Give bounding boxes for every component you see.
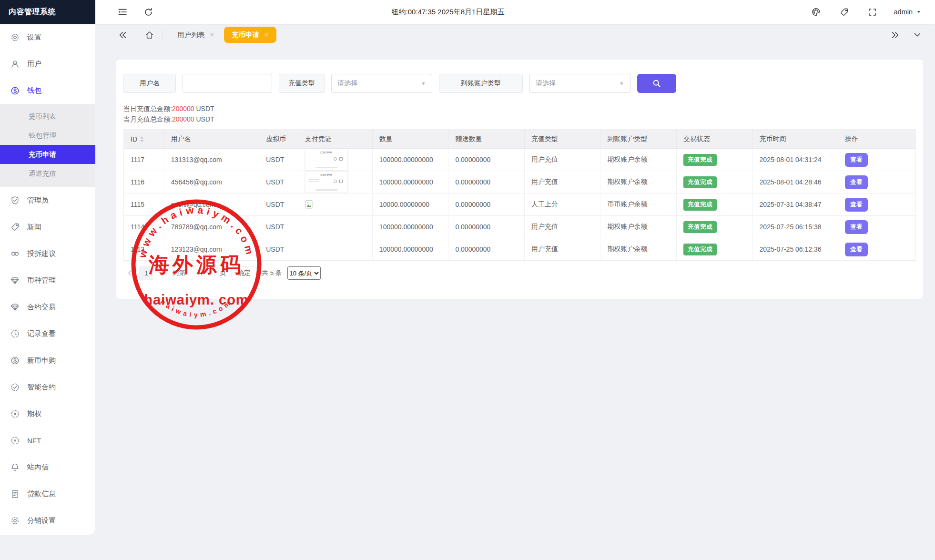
page-number[interactable]: 1: [139, 266, 153, 280]
page-size-select[interactable]: 10 条/页: [287, 266, 321, 280]
circle-dashed-icon: [10, 409, 20, 418]
bell-icon: [10, 463, 20, 472]
recharge-type-select[interactable]: 请选择 ▼: [331, 74, 432, 93]
cell-account: 期权账户余额: [600, 149, 677, 171]
confirm-button[interactable]: 确定: [232, 266, 257, 280]
admin-dropdown[interactable]: admin: [894, 8, 922, 16]
jump-page-input[interactable]: [191, 266, 214, 280]
view-button[interactable]: 查看: [845, 220, 868, 234]
document-icon: [10, 489, 20, 499]
collapse-tabs-right-icon[interactable]: [890, 30, 901, 41]
admin-username: admin: [894, 8, 913, 16]
cell-coin: USDT: [259, 216, 298, 238]
sidebar-item-2[interactable]: 钱包: [0, 77, 95, 104]
cell-amount: 10000.00000000: [372, 193, 448, 216]
sidebar-item-9[interactable]: 新币申购: [0, 347, 95, 374]
menu-fold-icon[interactable]: [115, 5, 129, 19]
cell-amount: 100000.00000000: [372, 238, 448, 261]
shield-check-icon: [10, 196, 20, 205]
submenu-item-0[interactable]: 提币列表: [0, 107, 95, 126]
view-button[interactable]: 查看: [845, 175, 868, 189]
tabbar: 用户列表✕充币申请✕: [95, 24, 935, 46]
view-button[interactable]: 查看: [845, 153, 868, 167]
sidebar-item-label: 管理员: [27, 196, 49, 205]
jump-prefix: 到第: [173, 269, 185, 277]
cell-action: 查看: [838, 149, 916, 171]
next-page-icon[interactable]: [159, 269, 167, 277]
sidebar-item-12[interactable]: NFT: [0, 427, 95, 454]
fullscreen-icon[interactable]: [866, 6, 879, 19]
tab-1[interactable]: 充币申请✕: [224, 27, 276, 43]
cell-id: 1116: [124, 171, 164, 193]
payment-proof-thumbnail[interactable]: CRYPW: [305, 171, 348, 193]
sidebar-item-label: NFT: [27, 437, 41, 445]
submenu-item-2[interactable]: 充币申请: [0, 145, 95, 164]
cell-bonus: 0.00000000: [448, 193, 525, 216]
view-button[interactable]: 查看: [845, 198, 868, 212]
dollar-circle-icon: [10, 86, 20, 95]
sidebar: 设置用户钱包提币列表钱包管理充币申请通道充值管理员新闻投拆建议币种管理合约交易记…: [0, 24, 95, 535]
sidebar-item-3[interactable]: 管理员: [0, 187, 95, 214]
sidebar-item-13[interactable]: 站内信: [0, 454, 95, 480]
sidebar-item-11[interactable]: 期权: [0, 400, 95, 427]
sidebar-item-14[interactable]: 贷款信息: [0, 480, 95, 507]
account-type-select[interactable]: 请选择 ▼: [529, 74, 630, 93]
stamp-arc-bottom-text: haiwaiym.com: [159, 298, 234, 318]
cell-time: 2025-08-01 04:31:24: [752, 149, 838, 171]
tab-0[interactable]: 用户列表✕: [171, 27, 221, 43]
cell-proof: [298, 238, 372, 261]
caret-down-icon: ▼: [421, 81, 426, 86]
gear-icon: [10, 516, 20, 525]
divider: [136, 31, 136, 39]
username-input[interactable]: [183, 74, 272, 93]
sidebar-item-15[interactable]: 分销设置: [0, 507, 95, 534]
sidebar-item-label: 合约交易: [27, 303, 56, 312]
sidebar-item-label: 分销设置: [27, 516, 56, 525]
tab-options-chevron-icon[interactable]: [912, 30, 923, 40]
table-row-3: 1114789789@qq.comUSDT100000.000000000.00…: [124, 216, 916, 238]
home-icon[interactable]: [144, 30, 155, 41]
sidebar-item-5[interactable]: 投拆建议: [0, 240, 95, 267]
check-dashed-icon: [10, 383, 20, 392]
divider: [163, 31, 163, 39]
sidebar-submenu: 提币列表钱包管理充币申请通道充值: [0, 104, 95, 187]
view-button[interactable]: 查看: [845, 243, 868, 256]
table-row-0: 1117131313@qq.comUSDTCRYPW100000.0000000…: [124, 149, 916, 171]
cell-amount: 100000.00000000: [372, 171, 448, 193]
sidebar-item-1[interactable]: 用户: [0, 51, 95, 77]
cell-id: 1114: [124, 216, 164, 238]
submenu-item-3[interactable]: 通道充值: [0, 164, 95, 183]
open-tabs: 用户列表✕充币申请✕: [171, 27, 276, 43]
cell-type: 用户充值: [524, 171, 600, 193]
prev-page-icon[interactable]: [125, 269, 134, 277]
sort-icon[interactable]: [140, 136, 144, 143]
tab-label: 充币申请: [232, 31, 259, 40]
close-icon[interactable]: ✕: [264, 32, 269, 38]
cell-username: 456456@qq.com: [164, 171, 259, 193]
palette-icon[interactable]: [809, 5, 823, 19]
cell-account: 期权账户余额: [600, 238, 677, 261]
sidebar-item-label: 新币申购: [27, 356, 56, 365]
collapse-tabs-left-icon[interactable]: [117, 30, 128, 41]
tag-icon[interactable]: [838, 6, 851, 19]
cell-id: 1115: [124, 193, 164, 216]
column-header-2: 虚拟币: [259, 130, 298, 149]
circle-dashed-icon: [10, 436, 20, 445]
sidebar-item-0[interactable]: 设置: [0, 24, 95, 51]
sidebar-item-10[interactable]: 智能合约: [0, 374, 95, 400]
status-badge: 充值完成: [683, 244, 717, 255]
cell-coin: USDT: [259, 171, 298, 193]
search-button[interactable]: [637, 74, 676, 93]
search-icon: [652, 79, 661, 88]
column-header-8: 交易状态: [677, 130, 753, 149]
sidebar-item-6[interactable]: 币种管理: [0, 267, 95, 294]
sidebar-item-label: 币种管理: [27, 276, 56, 285]
refresh-icon[interactable]: [142, 6, 155, 19]
payment-proof-thumbnail[interactable]: CRYPW: [305, 149, 348, 171]
submenu-item-1[interactable]: 钱包管理: [0, 126, 95, 145]
sidebar-item-label: 记录查看: [27, 329, 56, 338]
sidebar-item-7[interactable]: 合约交易: [0, 294, 95, 320]
close-icon[interactable]: ✕: [210, 32, 214, 38]
sidebar-item-4[interactable]: 新闻: [0, 214, 95, 240]
sidebar-item-8[interactable]: 记录查看: [0, 320, 95, 347]
